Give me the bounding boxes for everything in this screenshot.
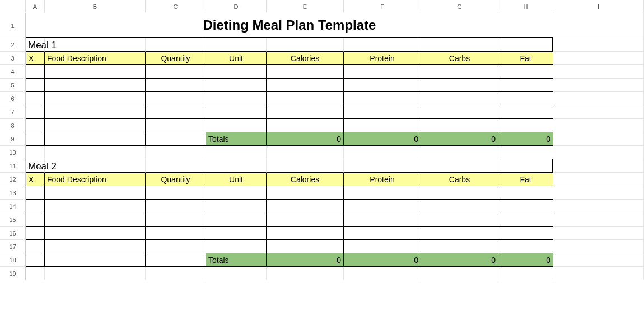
row-header-1[interactable]: 1 (0, 13, 26, 38)
meal-1-header-carbs[interactable]: Carbs (421, 52, 498, 65)
cell-I6[interactable] (553, 92, 644, 105)
cell-D6[interactable] (206, 92, 267, 105)
cell-B8[interactable] (45, 119, 146, 132)
row-header-3[interactable]: 3 (0, 52, 26, 65)
cell-A11[interactable] (26, 159, 45, 173)
cell-D19[interactable] (206, 267, 267, 280)
cell-B14[interactable] (45, 200, 146, 213)
cell-C4[interactable] (146, 65, 206, 78)
cell-F2[interactable] (344, 38, 421, 52)
row-header-10[interactable]: 10 (0, 146, 26, 159)
cell-E10[interactable] (267, 146, 344, 159)
cell-I7[interactable] (553, 105, 644, 119)
cell-E4[interactable] (267, 65, 344, 78)
col-header-H[interactable]: H (498, 0, 553, 13)
cell-F19[interactable] (344, 267, 421, 280)
cell-B19[interactable] (45, 267, 146, 280)
cell-G13[interactable] (421, 186, 498, 200)
row-header-16[interactable]: 16 (0, 227, 26, 240)
meal-1-totals-calories[interactable]: 0 (267, 132, 344, 146)
cell-F6[interactable] (344, 92, 421, 105)
cell-F8[interactable] (344, 119, 421, 132)
cell-H11[interactable] (498, 159, 553, 173)
cell-B5[interactable] (45, 78, 146, 92)
meal-1-totals-fat[interactable]: 0 (498, 132, 553, 146)
cell-I9[interactable] (553, 132, 644, 146)
meal-2-header-food[interactable]: Food Description (45, 173, 146, 186)
cell-D16[interactable] (206, 227, 267, 240)
row-header-19[interactable]: 19 (0, 267, 26, 280)
col-header-E[interactable]: E (267, 0, 344, 13)
cell-A5[interactable] (26, 78, 45, 92)
cell-D8[interactable] (206, 119, 267, 132)
cell-D13[interactable] (206, 186, 267, 200)
col-header-C[interactable]: C (146, 0, 206, 13)
meal-2-totals-label[interactable]: Totals (206, 253, 267, 267)
cell-F13[interactable] (344, 186, 421, 200)
cell-F17[interactable] (344, 240, 421, 253)
cell-H13[interactable] (498, 186, 553, 200)
cell-C5[interactable] (146, 78, 206, 92)
cell-G4[interactable] (421, 65, 498, 78)
cell-D14[interactable] (206, 200, 267, 213)
meal-1-totals-protein[interactable]: 0 (344, 132, 421, 146)
cell-I19[interactable] (553, 267, 644, 280)
cell-C10[interactable] (146, 146, 206, 159)
cell-F4[interactable] (344, 65, 421, 78)
cell-F14[interactable] (344, 200, 421, 213)
meal-2-totals-protein[interactable]: 0 (344, 253, 421, 267)
cell-E17[interactable] (267, 240, 344, 253)
row-header-17[interactable]: 17 (0, 240, 26, 253)
cell-F16[interactable] (344, 227, 421, 240)
cell-D10[interactable] (206, 146, 267, 159)
meal-2-totals-calories[interactable]: 0 (267, 253, 344, 267)
cell-E19[interactable] (267, 267, 344, 280)
cell-I14[interactable] (553, 200, 644, 213)
row-header-18[interactable]: 18 (0, 253, 26, 267)
cell-B4[interactable] (45, 65, 146, 78)
meal-1-header-x[interactable]: X (26, 52, 45, 65)
cell-D7[interactable] (206, 105, 267, 119)
cell-A6[interactable] (26, 92, 45, 105)
cell-I8[interactable] (553, 119, 644, 132)
cell-I2[interactable] (553, 38, 644, 52)
row-header-15[interactable]: 15 (0, 213, 26, 227)
cell-F5[interactable] (344, 78, 421, 92)
cell-A2[interactable] (26, 38, 45, 52)
meal-2-header-fat[interactable]: Fat (498, 173, 553, 186)
cell-D15[interactable] (206, 213, 267, 227)
cell-A17[interactable] (26, 240, 45, 253)
cell-A4[interactable] (26, 65, 45, 78)
cell-E15[interactable] (267, 213, 344, 227)
meal-2-header-unit[interactable]: Unit (206, 173, 267, 186)
cell-H19[interactable] (498, 267, 553, 280)
meal-1-header-fat[interactable]: Fat (498, 52, 553, 65)
cell-H4[interactable] (498, 65, 553, 78)
meal-1-header-food[interactable]: Food Description (45, 52, 146, 65)
cell-C2[interactable] (146, 38, 206, 52)
cell-G5[interactable] (421, 78, 498, 92)
cell-I4[interactable] (553, 65, 644, 78)
meal-2-header-calories[interactable]: Calories (267, 173, 344, 186)
cell-C15[interactable] (146, 213, 206, 227)
cell-G17[interactable] (421, 240, 498, 253)
cell-B9[interactable] (45, 132, 146, 146)
row-header-11[interactable]: 11 (0, 159, 26, 173)
col-header-I[interactable]: I (553, 0, 644, 13)
meal-1-totals-label[interactable]: Totals (206, 132, 267, 146)
cell-E6[interactable] (267, 92, 344, 105)
cell-C11[interactable] (146, 159, 206, 173)
cell-D4[interactable] (206, 65, 267, 78)
cell-A18[interactable] (26, 253, 45, 267)
cell-B18[interactable] (45, 253, 146, 267)
cell-F11[interactable] (344, 159, 421, 173)
cell-I5[interactable] (553, 78, 644, 92)
row-header-5[interactable]: 5 (0, 78, 26, 92)
col-header-F[interactable]: F (344, 0, 421, 13)
cell-G7[interactable] (421, 105, 498, 119)
cell-B6[interactable] (45, 92, 146, 105)
cell-C13[interactable] (146, 186, 206, 200)
cell-B16[interactable] (45, 227, 146, 240)
cell-C14[interactable] (146, 200, 206, 213)
row-header-14[interactable]: 14 (0, 200, 26, 213)
